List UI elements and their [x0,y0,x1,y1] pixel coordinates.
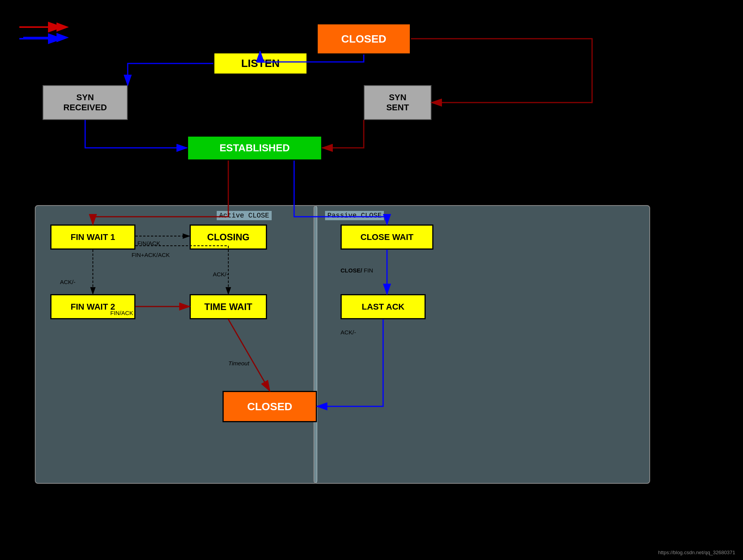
state-listen: LISTEN [213,52,308,75]
state-syn-sent: SYNSENT [364,85,431,120]
label-timeout: Timeout [228,360,249,366]
active-close-label: Active CLOSE [217,211,272,220]
label-ack-dash-2: ACK/- [213,271,228,277]
passive-close-label: Passive CLOSE [325,211,384,220]
state-closed-top: CLOSED [317,23,411,55]
state-fin-wait-1: FIN WAIT 1 [50,224,135,250]
legend [19,21,89,46]
state-closed-bottom: CLOSED [223,391,317,422]
label-ack-dash-3: ACK/- [341,329,356,336]
state-syn-received: SYNRECEIVED [43,85,128,120]
label-close-fin: CLOSE/ FIN [341,267,373,274]
state-established: ESTABLISHED [187,135,322,161]
label-fin-ack-1: FIN/ACK [137,240,160,247]
state-closing: CLOSING [190,224,267,250]
state-time-wait: TIME WAIT [190,294,267,319]
label-fin-ack-2: FIN/ACK [110,310,133,316]
label-fin-ack-ack: FIN+ACK/ACK [132,252,170,258]
state-close-wait: CLOSE WAIT [341,224,433,250]
url-label: https://blog.csdn.net/qq_32680371 [658,550,736,555]
label-ack-dash: ACK/- [60,279,75,285]
state-last-ack: LAST ACK [341,294,426,319]
